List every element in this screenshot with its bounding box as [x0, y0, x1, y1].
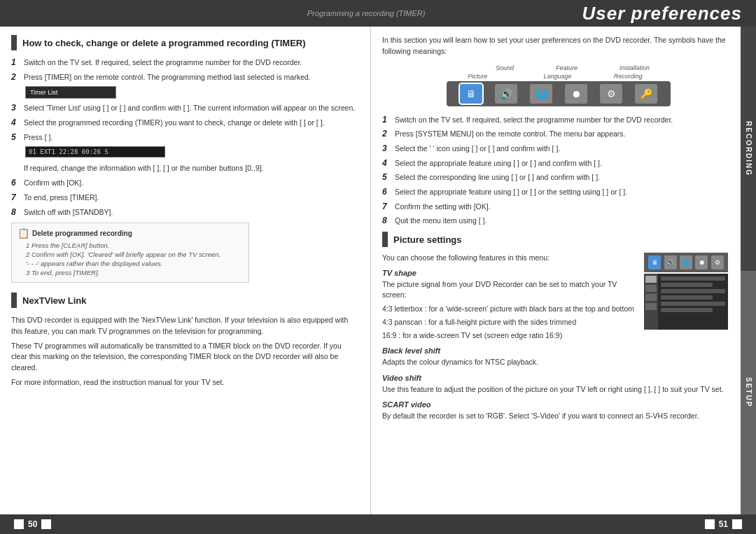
right-steps: 1 Switch on the TV set. If required, sel…: [382, 115, 735, 227]
right-step-7-num: 7: [382, 202, 395, 211]
step-1: 1 Switch on the TV set. If required, sel…: [11, 57, 359, 68]
step-6: 6 Confirm with [OK].: [11, 178, 359, 188]
step-3: 3 Select 'Timer List' using [ ] or [ ] a…: [11, 103, 359, 113]
step-8: 8 Switch off with [STANDBY].: [11, 207, 359, 218]
picture-mock-icon-2: 🔊: [664, 255, 677, 269]
step-3-num: 3: [11, 103, 24, 113]
picture-mock-sidebar: [644, 274, 658, 330]
right-step-1: 1 Switch on the TV set. If required, sel…: [382, 115, 735, 125]
step-7: 7 To end, press [TIMER].: [11, 192, 359, 203]
picture-mock-icon-4: ⏺: [695, 255, 708, 269]
label-sound: Sound: [496, 64, 514, 71]
black-level-heading: Black level shift: [382, 346, 735, 355]
step-4-text: Select the programmed recording (TIMER) …: [24, 118, 325, 128]
picture-mock-bar: 🖥 🔊 🌐 ⏺ ⚙: [644, 253, 728, 272]
label-installation: Installation: [620, 64, 650, 71]
heading-bar-3: [382, 232, 388, 247]
delete-note-title: 📋 Delete programmed recording: [18, 227, 243, 239]
right-step-5-text: Select the corresponding line using [ ] …: [395, 172, 600, 183]
right-step-6-text: Select the appropriate feature using [ ]…: [395, 187, 627, 197]
right-step-3-num: 3: [382, 143, 395, 153]
content-row-3: [661, 289, 725, 293]
right-step-8-num: 8: [382, 216, 395, 225]
footer-left-page: 50: [28, 519, 37, 529]
menu-icon-installation: 🔑: [635, 84, 657, 104]
video-shift-heading: Video shift: [382, 374, 735, 382]
footer-left-bar-2: [41, 519, 51, 529]
right-step-7-text: Confirm the setting with [OK].: [395, 202, 491, 212]
right-step-3: 3 Select the ' ' icon using [ ] or [ ] a…: [382, 143, 735, 154]
timer-steps: 1 Switch on the TV set. If required, sel…: [11, 57, 359, 82]
step-4-num: 4: [11, 118, 24, 127]
delete-note: 📋 Delete programmed recording 1 Press th…: [11, 223, 249, 283]
menu-icon-sound: 🔊: [495, 84, 517, 104]
label-feature: Feature: [556, 64, 578, 71]
nextview-section: NexTView Link This DVD recorder is equip…: [11, 293, 359, 388]
menu-labels-top: Sound Feature Installation: [447, 64, 671, 71]
picture-mock-icon-5: ⚙: [711, 255, 724, 269]
heading-bar: [11, 35, 17, 50]
label-language: Language: [543, 73, 571, 80]
picture-mock-body: [644, 274, 728, 330]
sidebar-item-3: [645, 294, 657, 301]
right-step-2: 2 Press [SYSTEM MENU] on the remote cont…: [382, 129, 735, 139]
step-3-text: Select 'Timer List' using [ ] or [ ] and…: [24, 103, 355, 113]
step-6-text: Confirm with [OK].: [24, 178, 83, 188]
side-tabs: RECORDING SETUP: [741, 27, 756, 514]
step-5-num: 5: [11, 132, 24, 142]
footer: 50 51: [0, 514, 756, 534]
timer-list-screenshot: Timer List: [25, 86, 116, 99]
video-shift-body: Use this feature to adjust the position …: [382, 384, 735, 395]
footer-right-bar-2: [732, 519, 742, 529]
step-2: 2 Press [TIMER] on the remote control. T…: [11, 72, 359, 83]
step-7-num: 7: [11, 192, 24, 202]
main-content: How to check, change or delete a program…: [0, 27, 756, 514]
content-row-5: [661, 302, 725, 306]
scart-video-body: By default the recorder is set to 'RGB'.…: [382, 411, 735, 421]
step-5: 5 Press [ ].: [11, 132, 359, 143]
step-2-text: Press [TIMER] on the remote control. The…: [24, 72, 310, 83]
scart-video-heading: SCART video: [382, 400, 735, 409]
right-step-6: 6 Select the appropriate feature using […: [382, 187, 735, 197]
nextview-body-3: For more information, read the instructi…: [11, 377, 359, 388]
right-step-4-num: 4: [382, 158, 395, 168]
entry-row-screenshot: 01 EXT1 22:28 00:26 S: [25, 146, 165, 157]
header-subtitle: Programming a recording (TIMER): [307, 9, 426, 17]
nextview-title: NexTView Link: [22, 295, 87, 306]
header: Programming a recording (TIMER) User pre…: [0, 0, 756, 27]
nextview-body-2: These TV programmes will automatically b…: [11, 341, 359, 374]
nextview-body-1: This DVD recorder is equipped with the '…: [11, 315, 359, 337]
header-title: User preferences: [582, 3, 742, 24]
picture-section-heading: Picture settings: [382, 232, 735, 247]
right-step-7: 7 Confirm the setting with [OK].: [382, 202, 735, 212]
right-step-2-text: Press [SYSTEM MENU] on the remote contro…: [395, 129, 626, 139]
content-row-6: [661, 308, 713, 312]
right-step-1-num: 1: [382, 115, 395, 125]
black-level-body: Adapts the colour dynamics for NTSC play…: [382, 357, 735, 367]
right-intro: In this section you will learn how to se…: [382, 35, 735, 57]
entry-row-text: 01 EXT1 22:28 00:26 S: [29, 148, 108, 155]
step-8-text: Switch off with [STANDBY].: [24, 207, 113, 218]
right-step-8: 8 Quit the menu item using [ ].: [382, 216, 735, 226]
picture-mock: 🖥 🔊 🌐 ⏺ ⚙: [644, 253, 728, 330]
right-step-2-num: 2: [382, 129, 395, 139]
picture-mock-content: [658, 274, 728, 330]
timer-section-title: How to check, change or delete a program…: [22, 38, 306, 48]
right-step-6-num: 6: [382, 187, 395, 197]
right-column: In this section you will learn how to se…: [371, 27, 756, 514]
picture-section: Picture settings 🖥 🔊 🌐 ⏺ ⚙: [382, 232, 735, 421]
step-2-num: 2: [11, 72, 24, 82]
left-column: How to check, change or delete a program…: [0, 27, 371, 514]
delete-note-steps: 1 Press the [CLEAR] button. 2 Confirm wi…: [18, 241, 243, 276]
menu-icon-language: 🌐: [530, 84, 552, 104]
menu-icon-recording: ⏺: [565, 84, 587, 104]
right-step-4: 4 Select the appropriate feature using […: [382, 158, 735, 169]
recording-tab: RECORDING: [741, 27, 756, 271]
footer-right-bar: [705, 519, 715, 529]
footer-left-bar: [14, 519, 24, 529]
step-1-text: Switch on the TV set. If required, selec…: [24, 57, 302, 68]
step-7-text: To end, press [TIMER].: [24, 192, 99, 203]
right-step-8-text: Quit the menu item using [ ].: [395, 216, 486, 226]
heading-bar-2: [11, 293, 17, 308]
right-step-3-text: Select the ' ' icon using [ ] or [ ] and…: [395, 143, 560, 154]
